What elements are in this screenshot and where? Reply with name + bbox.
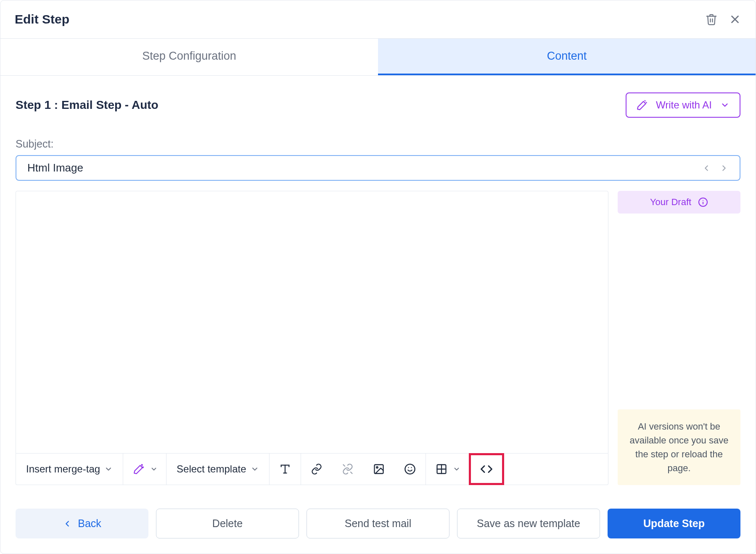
ai-warning-box: AI versions won't be available once you … <box>618 409 740 485</box>
text-icon <box>278 462 292 476</box>
magic-wand-icon <box>132 462 146 476</box>
tabs: Step Configuration Content <box>0 39 756 76</box>
code-view-button[interactable] <box>471 455 502 483</box>
save-template-label: Save as new template <box>477 517 580 530</box>
delete-label: Delete <box>212 517 243 530</box>
code-icon <box>479 462 494 476</box>
edit-step-modal: Edit Step Step Configuration Content Ste… <box>0 0 756 554</box>
tab-step-configuration[interactable]: Step Configuration <box>0 39 378 75</box>
tab-content[interactable]: Content <box>378 39 756 75</box>
step-header-row: Step 1 : Email Step - Auto Write with AI <box>16 92 740 118</box>
delete-icon[interactable] <box>705 13 718 26</box>
chevron-down-icon <box>150 465 158 473</box>
emoji-button[interactable] <box>394 455 426 483</box>
select-template-button[interactable]: Select template <box>167 456 269 482</box>
svg-point-3 <box>143 467 143 468</box>
subject-input[interactable] <box>26 161 698 175</box>
image-button[interactable] <box>363 455 394 483</box>
write-with-ai-label: Write with AI <box>656 99 712 111</box>
table-icon <box>434 462 449 476</box>
step-name: Email Step - Auto <box>61 98 159 111</box>
update-step-label: Update Step <box>643 517 705 530</box>
link-icon <box>309 462 324 476</box>
back-button[interactable]: Back <box>16 509 148 538</box>
image-icon <box>372 462 386 476</box>
insert-merge-tag-label: Insert merge-tag <box>26 463 100 475</box>
update-step-button[interactable]: Update Step <box>608 509 740 538</box>
modal-title: Edit Step <box>15 12 69 26</box>
svg-point-9 <box>376 467 378 468</box>
chevron-down-icon <box>720 100 730 110</box>
unlink-button[interactable] <box>332 455 363 483</box>
subject-next-icon[interactable] <box>715 164 733 173</box>
text-format-button[interactable] <box>270 455 301 483</box>
svg-point-2 <box>142 464 143 465</box>
save-as-template-button[interactable]: Save as new template <box>457 509 600 538</box>
ai-assist-button[interactable] <box>123 455 166 483</box>
table-button[interactable] <box>426 455 469 483</box>
modal-body: Step 1 : Email Step - Auto Write with AI… <box>0 76 756 498</box>
send-test-mail-button[interactable]: Send test mail <box>307 509 449 538</box>
modal-header: Edit Step <box>0 0 756 39</box>
unlink-icon <box>341 462 355 476</box>
chevron-down-icon <box>251 465 259 473</box>
email-body-editor[interactable] <box>16 191 608 454</box>
info-icon <box>698 197 708 207</box>
magic-wand-icon <box>637 100 648 111</box>
svg-line-7 <box>351 472 352 474</box>
modal-footer: Back Delete Send test mail Save as new t… <box>0 498 756 554</box>
write-with-ai-button[interactable]: Write with AI <box>626 92 740 118</box>
emoji-icon <box>403 462 417 476</box>
chevron-down-icon <box>104 465 113 473</box>
your-draft-label: Your Draft <box>650 197 691 208</box>
code-view-button-highlight <box>469 453 504 485</box>
editor-column: Insert merge-tag <box>16 191 608 485</box>
editor-row: Insert merge-tag <box>16 191 740 485</box>
header-actions <box>705 13 741 26</box>
close-icon[interactable] <box>729 13 741 26</box>
step-prefix: Step 1 : <box>16 98 61 111</box>
step-label: Step 1 : Email Step - Auto <box>16 98 159 112</box>
link-button[interactable] <box>301 455 332 483</box>
side-column: Your Draft AI versions won't be availabl… <box>618 191 740 485</box>
subject-field[interactable] <box>16 155 740 181</box>
send-test-label: Send test mail <box>345 517 411 530</box>
chevron-left-icon <box>63 519 72 528</box>
svg-line-6 <box>343 465 345 467</box>
chevron-down-icon <box>453 465 460 473</box>
subject-label: Subject: <box>16 138 740 150</box>
editor-toolbar: Insert merge-tag <box>16 454 608 485</box>
back-label: Back <box>78 517 101 530</box>
delete-button[interactable]: Delete <box>156 509 299 538</box>
insert-merge-tag-button[interactable]: Insert merge-tag <box>16 456 123 482</box>
your-draft-badge[interactable]: Your Draft <box>618 191 740 214</box>
subject-prev-icon[interactable] <box>698 164 715 173</box>
select-template-label: Select template <box>177 463 246 475</box>
svg-point-10 <box>405 464 415 474</box>
